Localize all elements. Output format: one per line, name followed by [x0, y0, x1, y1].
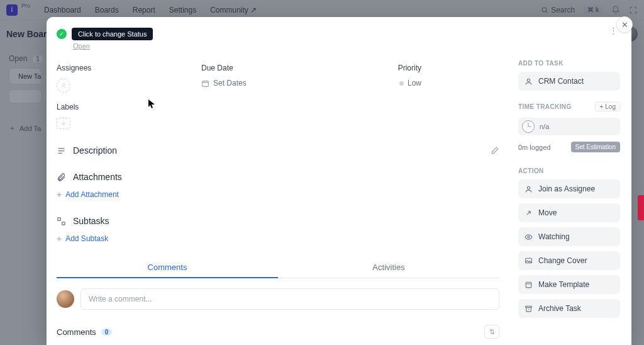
svg-rect-10 [526, 306, 532, 307]
sort-comments-button[interactable]: ⇅ [484, 325, 499, 339]
description-icon [57, 146, 67, 156]
attachment-icon [57, 172, 67, 182]
action-label: ACTION [518, 167, 620, 174]
svg-point-6 [527, 186, 530, 189]
plus-icon: + [599, 103, 603, 110]
svg-rect-9 [526, 282, 531, 288]
tab-comments[interactable]: Comments [57, 257, 278, 278]
crm-contact-button[interactable]: CRM Contact [518, 72, 620, 91]
make-template-button[interactable]: Make Template [518, 275, 620, 294]
contact-icon [525, 77, 533, 86]
watching-button[interactable]: Watching [518, 227, 620, 246]
task-main: ✓ Click to change Status Open Assignees … [47, 17, 512, 345]
tab-activities[interactable]: Activities [278, 257, 499, 278]
description-section: Description [57, 145, 499, 156]
plus-icon: + [57, 189, 62, 200]
log-label: Log [605, 103, 616, 110]
svg-rect-4 [62, 222, 65, 224]
svg-point-1 [62, 84, 64, 86]
subtasks-section: Subtasks + Add Subtask [57, 216, 499, 244]
add-attachment-button[interactable]: + Add Attachment [57, 189, 499, 200]
priority-value: Low [408, 79, 421, 88]
log-time-button[interactable]: +Log [595, 102, 620, 111]
clock-icon [522, 120, 535, 133]
status-circle-icon[interactable]: ✓ [57, 29, 67, 39]
archive-icon [525, 305, 533, 313]
cover-label: Change Cover [538, 256, 587, 265]
move-button[interactable]: Move [518, 203, 620, 222]
svg-point-5 [527, 79, 530, 81]
archive-button[interactable]: Archive Task [518, 299, 620, 318]
task-sidebar: ADD TO TASK CRM Contact TIME TRACKING +L… [512, 17, 631, 345]
archive-label: Archive Task [538, 304, 581, 313]
add-to-task-label: ADD TO TASK [518, 60, 620, 67]
plus-icon: + [57, 234, 62, 244]
due-date-value: Set Dates [213, 79, 247, 88]
change-cover-button[interactable]: Change Cover [518, 251, 620, 270]
comment-tabs: Comments Activities [57, 257, 499, 278]
accent-marker [638, 195, 644, 220]
subtasks-title: Subtasks [73, 216, 109, 226]
user-icon [525, 185, 533, 193]
more-menu-icon[interactable]: ⋮ [608, 25, 619, 36]
subtasks-icon [57, 217, 67, 226]
add-subtask-label: Add Subtask [65, 234, 108, 243]
eye-icon [525, 233, 533, 241]
comments-count-badge: 0 [101, 329, 113, 336]
svg-point-7 [528, 235, 530, 237]
due-date-label: Due Date [201, 64, 327, 72]
template-label: Make Template [538, 280, 589, 289]
calendar-icon [201, 79, 209, 88]
set-dates-button[interactable]: Set Dates [201, 79, 327, 88]
comment-input[interactable]: Write a comment... [80, 288, 499, 310]
svg-rect-2 [203, 81, 209, 86]
join-assignee-button[interactable]: Join as Assignee [518, 179, 620, 198]
watching-label: Watching [538, 232, 570, 241]
current-user-avatar [57, 290, 74, 308]
edit-description-button[interactable] [491, 146, 499, 155]
assignees-label: Assignees [57, 64, 164, 72]
template-icon [525, 281, 533, 289]
priority-label: Priority [398, 64, 421, 72]
time-na: n/a [540, 123, 549, 130]
priority-dot-icon [399, 81, 404, 86]
logged-text: 0m logged [518, 144, 550, 151]
svg-rect-3 [58, 217, 60, 220]
mouse-cursor-icon [148, 99, 155, 108]
join-label: Join as Assignee [538, 184, 595, 193]
task-modal: ✕ ⋮ ✓ Click to change Status Open Assign… [47, 17, 631, 345]
set-estimation-button[interactable]: Set Estimation [571, 142, 620, 152]
attachments-title: Attachments [73, 172, 122, 182]
labels-label: Labels [57, 103, 164, 111]
crm-contact-label: CRM Contact [538, 77, 584, 86]
description-title: Description [73, 145, 117, 156]
add-label-button[interactable]: + [57, 118, 70, 129]
time-tracking-value[interactable]: n/a [518, 118, 620, 135]
add-assignee-button[interactable] [57, 79, 70, 93]
add-subtask-button[interactable]: + Add Subtask [57, 234, 499, 244]
add-attachment-label: Add Attachment [65, 190, 119, 199]
status-tooltip: Click to change Status [72, 28, 153, 40]
arrow-icon [525, 209, 533, 217]
move-label: Move [538, 208, 557, 217]
time-tracking-label: TIME TRACKING [518, 103, 572, 110]
breadcrumb[interactable]: Open [73, 42, 499, 50]
image-icon [525, 257, 533, 265]
attachments-section: Attachments + Add Attachment [57, 172, 499, 200]
priority-button[interactable]: Low [399, 79, 421, 88]
comments-heading: Comments [57, 327, 96, 337]
